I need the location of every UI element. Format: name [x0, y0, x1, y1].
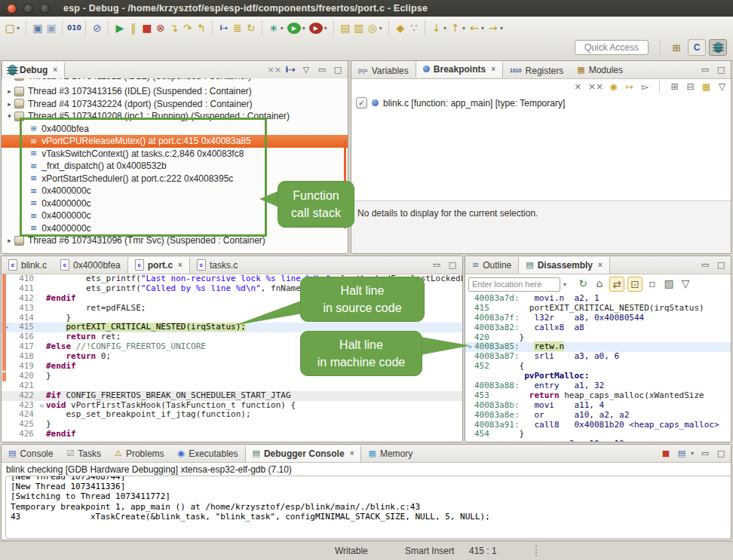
display-selected-console-icon-dropdown[interactable]: ▾ [691, 450, 694, 457]
debug-config-icon-dropdown[interactable]: ▾ [281, 25, 284, 32]
cpp-perspective-icon[interactable]: C [688, 39, 706, 56]
back-icon[interactable]: ← [468, 21, 481, 35]
highlight-icon[interactable]: ◆ [394, 21, 407, 35]
quick-access-box[interactable]: Quick Access [575, 40, 649, 55]
follow-execution-icon[interactable]: ⊡ [627, 277, 643, 292]
maximize-icon[interactable]: □ [331, 63, 345, 76]
tab-outline[interactable]: ≡Outline [465, 257, 518, 274]
tab-port-c[interactable]: cport.c× [127, 257, 190, 274]
run-icon-dropdown[interactable]: ▾ [302, 25, 305, 32]
instruction-stepping-toggle-icon[interactable]: i⇢ [284, 63, 297, 76]
tree-twistie[interactable]: ▾ [5, 112, 14, 120]
tab-problems[interactable]: ⚠Problems [108, 445, 171, 462]
thread-row[interactable]: ▸Thread #3 1073413156 (IDLE) (Suspended … [2, 85, 348, 98]
binary-icon[interactable]: 010 [67, 21, 81, 35]
code-line[interactable]: 421 [2, 381, 462, 391]
instruction-stepping-icon[interactable]: i⇢ [217, 21, 231, 35]
external-tools-icon-dropdown[interactable]: ▾ [324, 25, 327, 32]
code-line[interactable]: 424 esp_set_breakpoint_if_jtag(function)… [2, 410, 462, 420]
tab-modules[interactable]: ▦Modules [570, 62, 630, 78]
tree-twistie[interactable]: ▸ [5, 237, 14, 244]
save-icon[interactable]: ▣ [31, 21, 44, 35]
show-breakpoints-for-selection-icon[interactable]: ◉ [608, 80, 619, 93]
remove-all-breakpoints-icon[interactable]: ×× [588, 80, 603, 93]
tab-memory[interactable]: ▦Memory [361, 445, 419, 462]
minimize-icon[interactable]: ▭ [430, 258, 443, 271]
remove-all-terminated-icon[interactable]: ×× [268, 63, 281, 76]
tab-console[interactable]: ▤Console [2, 445, 60, 462]
tab-debug[interactable]: Debug× [2, 62, 65, 78]
drop-to-frame-icon[interactable]: ↻ [244, 21, 258, 35]
go-to-breakpoint-file-icon[interactable]: ↦ [624, 80, 635, 93]
breakpoint-checkbox[interactable]: ✓ [356, 97, 367, 109]
disassembly-listing[interactable]: 40083a7d: movi.n a2, 1415 portEXIT_CRITI… [465, 294, 731, 442]
terminate-icon[interactable]: ■ [140, 21, 154, 35]
preferences-icon[interactable]: ∵ [407, 21, 421, 35]
new-wizard-icon-dropdown[interactable]: ▾ [17, 25, 20, 32]
open-project-icon[interactable]: ▥ [352, 21, 366, 35]
pin-view-icon[interactable]: ▨ [662, 277, 676, 290]
tab-close-icon[interactable]: × [350, 449, 354, 457]
disassembly-line[interactable]: or a2, a10, a10 [465, 439, 731, 442]
step-return-icon[interactable]: ↰ [195, 21, 208, 35]
back-icon-dropdown[interactable]: ▾ [481, 25, 484, 32]
maximize-icon[interactable]: □ [714, 258, 728, 271]
thread-row[interactable]: ▸Thread #4 1073432224 (dport) (Suspended… [2, 98, 348, 111]
open-perspective-icon[interactable]: ⊞ [668, 40, 685, 55]
tab-registers[interactable]: 1010Registers [503, 63, 570, 79]
console-output[interactable]: [New Thread 1073468744][New Thread 10734… [5, 476, 731, 539]
view-menu-icon[interactable]: ▽ [716, 80, 728, 93]
view-menu-icon[interactable]: ▽ [299, 63, 313, 76]
tab-close-icon[interactable]: × [178, 261, 182, 269]
location-input[interactable]: Enter location here [468, 277, 560, 292]
code-line[interactable]: 422#if CONFIG_FREERTOS_BREAK_ON_SCHEDULE… [2, 391, 462, 401]
last-edit-location-icon[interactable]: ↓ [430, 21, 443, 35]
tab-debugger-console[interactable]: ▤Debugger Console× [245, 445, 362, 462]
breakpoint-list-item[interactable]: ✓ blink.c [function: app_main] [type: Te… [356, 97, 565, 109]
code-line[interactable]: 423⊖void vPortFirstTaskHook(TaskFunction… [2, 401, 462, 411]
tab-close-icon[interactable]: × [491, 65, 495, 73]
display-selected-console-icon[interactable]: ▤ [675, 446, 689, 460]
forward-icon[interactable]: → [486, 21, 500, 35]
suspend-icon[interactable]: ‖ [127, 21, 140, 35]
tab-disassembly[interactable]: ▤Disassembly× [518, 257, 610, 274]
search-icon-dropdown[interactable]: ▾ [379, 25, 382, 32]
window-maximize-button[interactable] [40, 4, 50, 14]
expand-all-icon[interactable]: ⊞ [669, 80, 680, 93]
fold-marker-icon[interactable]: ⊖ [38, 401, 46, 411]
minimize-icon[interactable]: ▭ [315, 63, 329, 76]
tab-tasks-c[interactable]: ctasks.c [190, 257, 244, 274]
minimize-icon[interactable]: ▭ [698, 63, 712, 76]
code-line[interactable]: 426#endif [2, 430, 462, 439]
sync-active-context-icon[interactable]: ⇄ [609, 277, 624, 292]
tree-twistie[interactable]: ▸ [5, 78, 14, 80]
disconnect-icon[interactable]: ⊗ [154, 21, 167, 35]
tab-breakpoints[interactable]: Breakpoints× [416, 61, 503, 78]
home-icon[interactable]: ⌂ [593, 277, 606, 290]
collapse-all-icon[interactable]: ⊟ [685, 80, 696, 93]
resume-icon[interactable]: ▶ [113, 21, 127, 35]
tree-twistie[interactable]: ▸ [5, 87, 14, 95]
step-over-icon[interactable]: ↷ [181, 21, 195, 35]
new-project-icon[interactable]: ▤ [339, 21, 352, 35]
step-into-icon[interactable]: ↴ [167, 21, 181, 35]
open-new-view-icon[interactable]: ▫ [646, 277, 659, 290]
tab-variables[interactable]: (x)=Variables [351, 63, 416, 79]
annotation-nav-icon-dropdown[interactable]: ▾ [462, 25, 465, 32]
tree-twistie[interactable]: ▸ [5, 100, 14, 108]
new-wizard-icon[interactable]: ▢ [3, 21, 17, 35]
group-by-icon[interactable]: ▦ [701, 80, 712, 93]
forward-icon-dropdown[interactable]: ▾ [500, 25, 503, 32]
refresh-icon[interactable]: ↻ [576, 277, 590, 290]
tab-tasks[interactable]: ☑Tasks [60, 445, 108, 462]
tab-blink-c[interactable]: cblink.c [2, 257, 54, 274]
maximize-icon[interactable]: □ [714, 446, 728, 460]
annotation-nav-icon[interactable]: ↑ [449, 21, 462, 35]
tab-close-icon[interactable]: × [53, 66, 57, 74]
link-with-debug-view-icon[interactable]: ▻ [639, 80, 651, 93]
window-close-button[interactable] [7, 4, 17, 14]
window-minimize-button[interactable] [23, 4, 33, 14]
location-dropdown[interactable]: ▾ [563, 281, 566, 288]
tab-executables[interactable]: ◉Executables [171, 445, 245, 462]
run-icon[interactable]: ▶ [287, 23, 301, 34]
